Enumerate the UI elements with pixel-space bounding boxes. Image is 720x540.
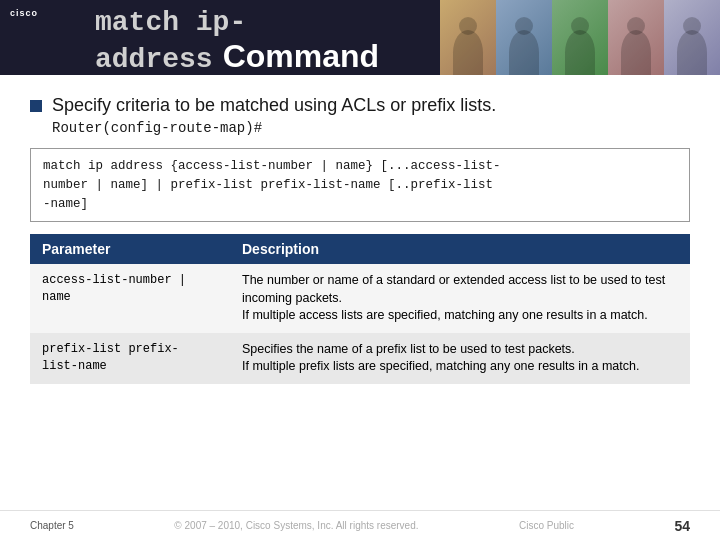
photo-3 xyxy=(552,0,608,75)
router-prompt: Router(config-route-map)# xyxy=(52,120,690,136)
table-row: access-list-number |name The number or n… xyxy=(30,264,690,333)
copyright-text: © 2007 – 2010, Cisco Systems, Inc. All r… xyxy=(174,520,418,531)
cisco-logo-area: cisco xyxy=(0,0,80,75)
bullet-section: Specify criteria to be matched using ACL… xyxy=(30,95,690,136)
header-title-area: match ip-addressCommand xyxy=(80,0,440,75)
col-header-parameter: Parameter xyxy=(30,234,230,264)
col-header-description: Description xyxy=(230,234,690,264)
slide: cisco match ip-addressCommand Specify cr… xyxy=(0,0,720,540)
desc-cell-2: Specifies the name of a prefix list to b… xyxy=(230,333,690,384)
footer: Chapter 5 © 2007 – 2010, Cisco Systems, … xyxy=(0,510,720,540)
photo-5 xyxy=(664,0,720,75)
code-block: match ip address {access-list-number | n… xyxy=(30,148,690,222)
cisco-logo: cisco xyxy=(10,8,38,19)
photos-strip xyxy=(440,0,720,75)
parameter-table: Parameter Description access-list-number… xyxy=(30,234,690,384)
photo-4 xyxy=(608,0,664,75)
header-title: match ip-addressCommand xyxy=(95,1,425,75)
photo-2 xyxy=(496,0,552,75)
photo-1 xyxy=(440,0,496,75)
bullet-icon xyxy=(30,100,42,112)
code-line3: -name] xyxy=(43,197,88,211)
bullet-text: Specify criteria to be matched using ACL… xyxy=(30,95,690,116)
param-cell-1: access-list-number |name xyxy=(30,264,230,333)
classification-text: Cisco Public xyxy=(519,520,574,531)
content-area: Specify criteria to be matched using ACL… xyxy=(0,75,720,510)
param-cell-2: prefix-list prefix-list-name xyxy=(30,333,230,384)
bullet-label: Specify criteria to be matched using ACL… xyxy=(52,95,496,116)
code-line2: number | name] | prefix-list prefix-list… xyxy=(43,178,493,192)
chapter-label: Chapter 5 xyxy=(30,520,74,531)
desc-cell-1: The number or name of a standard or exte… xyxy=(230,264,690,333)
table-row: prefix-list prefix-list-name Specifies t… xyxy=(30,333,690,384)
page-number: 54 xyxy=(674,518,690,534)
header-title-normal: Command xyxy=(223,38,379,74)
header-bar: cisco match ip-addressCommand xyxy=(0,0,720,75)
table-header-row: Parameter Description xyxy=(30,234,690,264)
code-line1: match ip address {access-list-number | n… xyxy=(43,159,501,173)
